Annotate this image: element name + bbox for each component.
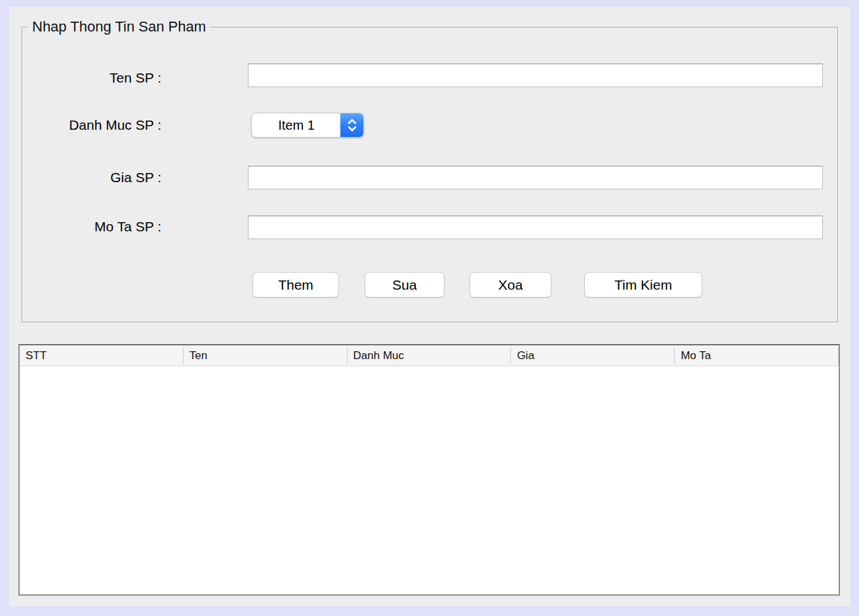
groupbox-title: Nhap Thong Tin San Pham <box>28 18 210 36</box>
mo-ta-sp-label: Mo Ta SP : <box>9 218 161 235</box>
sua-button[interactable]: Sua <box>365 272 445 298</box>
gia-sp-label: Gia SP : <box>9 169 161 186</box>
mo-ta-sp-input[interactable] <box>248 216 823 239</box>
gia-sp-input[interactable] <box>248 166 823 189</box>
combobox-selected-value: Item 1 <box>252 113 341 137</box>
ten-sp-input[interactable] <box>248 64 823 87</box>
table-header-row: STT Ten Danh Muc Gia Mo Ta <box>20 345 839 366</box>
column-header-stt[interactable]: STT <box>20 345 184 366</box>
main-panel: Nhap Thong Tin San Pham Ten SP : Danh Mu… <box>9 7 850 606</box>
column-header-gia[interactable]: Gia <box>511 345 675 366</box>
ten-sp-label: Ten SP : <box>9 69 161 87</box>
column-header-danh-muc[interactable]: Danh Muc <box>348 345 511 366</box>
column-header-ten[interactable]: Ten <box>184 345 348 366</box>
danh-muc-sp-label: Danh Muc SP : <box>9 117 161 134</box>
table-body[interactable] <box>20 366 839 594</box>
tim-kiem-button[interactable]: Tim Kiem <box>584 272 702 298</box>
danh-muc-combobox[interactable]: Item 1 <box>251 113 364 138</box>
them-button[interactable]: Them <box>252 272 339 298</box>
product-table: STT Ten Danh Muc Gia Mo Ta <box>18 344 840 596</box>
app-window: { "window": { "title_area": "Nhap Thong … <box>0 0 859 616</box>
column-header-mo-ta[interactable]: Mo Ta <box>675 345 839 366</box>
combo-updown-icon <box>340 113 363 137</box>
xoa-button[interactable]: Xoa <box>469 272 551 298</box>
